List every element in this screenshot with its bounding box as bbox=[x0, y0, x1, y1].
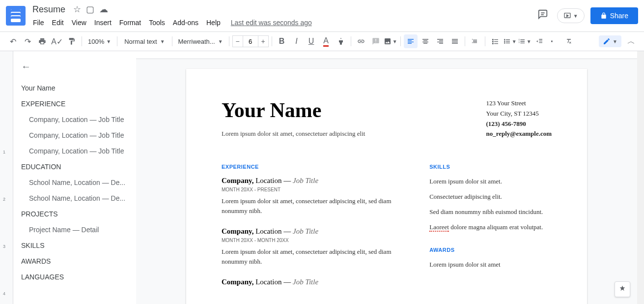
docs-logo-icon[interactable] bbox=[6, 6, 26, 26]
menu-file[interactable]: File bbox=[29, 17, 48, 29]
insert-comment-button[interactable] bbox=[369, 34, 383, 48]
awards-text: Lorem ipsum dolor sit amet bbox=[429, 260, 552, 270]
clear-formatting-button[interactable] bbox=[562, 34, 576, 48]
job-entry: Company, Location — Job Title bbox=[222, 278, 405, 286]
menu-help[interactable]: Help bbox=[203, 17, 224, 29]
align-justify-button[interactable] bbox=[448, 34, 462, 48]
job-entry: Company, Location — Job TitleMONTH 20XX … bbox=[222, 177, 405, 215]
document-title[interactable]: Resume bbox=[29, 3, 68, 16]
skill-item: Consectetuer adipiscing elit. bbox=[429, 192, 552, 202]
share-label: Share bbox=[610, 12, 628, 20]
font-select[interactable]: Merriweath... ▼ bbox=[175, 36, 226, 47]
zoom-select[interactable]: 100% ▼ bbox=[85, 36, 114, 47]
document-page[interactable]: Your Name Lorem ipsum dolor sit amet, co… bbox=[186, 69, 587, 304]
text-color-button[interactable]: A bbox=[319, 34, 333, 48]
decrease-indent-button[interactable] bbox=[532, 34, 546, 48]
outline-item[interactable]: PROJECTS bbox=[19, 206, 130, 222]
cloud-status-icon[interactable]: ☁ bbox=[99, 4, 108, 15]
vertical-ruler: 1 2 3 4 bbox=[0, 51, 13, 304]
line-spacing-button[interactable] bbox=[468, 34, 482, 48]
resume-name: Your Name bbox=[222, 98, 365, 122]
insert-link-button[interactable] bbox=[354, 34, 368, 48]
last-edit-link[interactable]: Last edit was seconds ago bbox=[231, 19, 312, 27]
present-button[interactable]: ▼ bbox=[557, 8, 585, 23]
outline-item[interactable]: School Name, Location — De... bbox=[19, 175, 130, 190]
vertical-scrollbar[interactable] bbox=[637, 51, 644, 304]
align-left-button[interactable] bbox=[404, 34, 418, 48]
menu-view[interactable]: View bbox=[68, 17, 90, 29]
outline-item[interactable]: School Name, Location — De... bbox=[19, 190, 130, 206]
bold-button[interactable]: B bbox=[275, 34, 289, 48]
outline-back-button[interactable]: ← bbox=[19, 59, 130, 74]
horizontal-ruler[interactable] bbox=[136, 51, 637, 59]
chevron-down-icon: ▼ bbox=[160, 39, 165, 44]
chevron-down-icon: ▼ bbox=[218, 39, 223, 44]
comment-history-icon[interactable] bbox=[534, 6, 551, 26]
editing-mode-button[interactable]: ▼ bbox=[599, 35, 621, 47]
outline-item[interactable]: Your Name bbox=[19, 80, 130, 96]
bulleted-list-button[interactable]: ▼ bbox=[503, 34, 517, 48]
underline-button[interactable]: U bbox=[305, 34, 318, 48]
italic-button[interactable]: I bbox=[290, 34, 304, 48]
skill-item: Laoreet dolore magna aliquam erat volutp… bbox=[429, 222, 552, 233]
document-outline: ← Your NameEXPERIENCECompany, Location —… bbox=[13, 51, 136, 304]
numbered-list-button[interactable]: ▼ bbox=[518, 34, 532, 48]
redo-button[interactable]: ↷ bbox=[21, 34, 34, 48]
align-right-button[interactable] bbox=[433, 34, 447, 48]
chevron-down-icon: ▼ bbox=[392, 39, 397, 44]
outline-item[interactable]: Company, Location — Job Title bbox=[19, 112, 130, 127]
font-size-input[interactable] bbox=[243, 35, 258, 47]
menu-format[interactable]: Format bbox=[116, 17, 144, 29]
print-button[interactable] bbox=[35, 34, 49, 48]
undo-button[interactable]: ↶ bbox=[6, 34, 20, 48]
chevron-down-icon: ▼ bbox=[573, 13, 578, 19]
insert-image-button[interactable]: ▼ bbox=[384, 34, 397, 48]
font-size-increase[interactable]: + bbox=[258, 35, 269, 47]
chevron-down-icon: ▼ bbox=[527, 39, 532, 44]
collapse-toolbar-button[interactable]: ︿ bbox=[624, 34, 638, 48]
skill-item: Sed diam nonummy nibh euismod tincidunt. bbox=[429, 207, 552, 217]
experience-heading: EXPERIENCE bbox=[222, 164, 405, 170]
spellcheck-button[interactable]: A✓ bbox=[50, 34, 64, 48]
outline-item[interactable]: AWARDS bbox=[19, 253, 130, 269]
outline-item[interactable]: Project Name — Detail bbox=[19, 222, 130, 238]
chevron-down-icon: ▼ bbox=[106, 39, 111, 44]
contact-block: 123 Your Street Your City, ST 12345 (123… bbox=[486, 98, 552, 139]
outline-item[interactable]: EDUCATION bbox=[19, 159, 130, 175]
resume-tagline: Lorem ipsum dolor sit amet, consectetuer… bbox=[222, 130, 365, 138]
font-size-decrease[interactable]: − bbox=[232, 35, 243, 47]
outline-item[interactable]: LANGUAGES bbox=[19, 269, 130, 285]
paragraph-style-select[interactable]: Normal text ▼ bbox=[120, 36, 168, 47]
svg-point-5 bbox=[504, 42, 505, 44]
job-entry: Company, Location — Job TitleMONTH 20XX … bbox=[222, 227, 405, 266]
outline-item[interactable]: Company, Location — Job Title bbox=[19, 143, 130, 159]
share-button[interactable]: Share bbox=[590, 7, 638, 24]
skill-item: Lorem ipsum dolor sit amet. bbox=[429, 177, 552, 187]
outline-item[interactable]: EXPERIENCE bbox=[19, 96, 130, 112]
explore-button[interactable] bbox=[615, 281, 630, 297]
increase-indent-button[interactable] bbox=[547, 34, 561, 48]
outline-item[interactable]: SKILLS bbox=[19, 238, 130, 253]
awards-heading: AWARDS bbox=[429, 247, 552, 253]
svg-point-4 bbox=[504, 41, 505, 42]
chevron-down-icon: ▼ bbox=[512, 39, 517, 44]
highlight-button[interactable] bbox=[334, 34, 348, 48]
checklist-button[interactable] bbox=[488, 34, 502, 48]
menu-edit[interactable]: Edit bbox=[49, 17, 67, 29]
outline-item[interactable]: Company, Location — Job Title bbox=[19, 127, 130, 143]
chevron-down-icon: ▼ bbox=[613, 39, 617, 44]
menu-addons[interactable]: Add-ons bbox=[169, 17, 202, 29]
svg-point-3 bbox=[504, 39, 505, 40]
align-center-button[interactable] bbox=[419, 34, 432, 48]
menu-tools[interactable]: Tools bbox=[145, 17, 168, 29]
skills-heading: SKILLS bbox=[429, 164, 552, 170]
menu-insert[interactable]: Insert bbox=[91, 17, 115, 29]
paint-format-button[interactable] bbox=[65, 34, 79, 48]
move-icon[interactable]: ▢ bbox=[86, 4, 94, 15]
star-icon[interactable]: ☆ bbox=[73, 4, 81, 15]
